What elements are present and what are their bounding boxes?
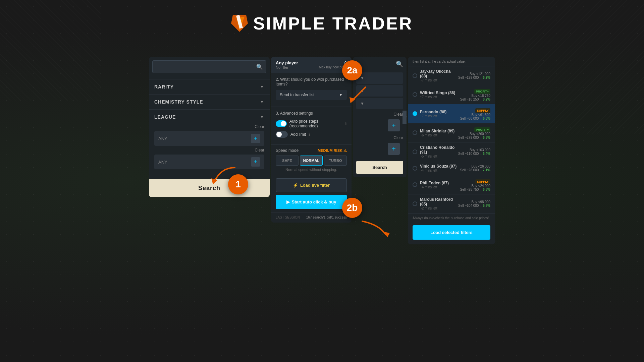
header: SIMPLE TRADER	[0, 0, 644, 47]
player-row-name: Milan Skriniar (89)	[420, 129, 458, 133]
player-list-item[interactable]: Vinicius Souza (87)~4 mins leftBuy <26 0…	[408, 161, 495, 175]
play-icon: ▶	[286, 199, 290, 204]
player-radio	[413, 111, 417, 116]
mid-dropdown-2[interactable]: ▼	[356, 85, 403, 97]
rarity-filter-header[interactable]: RARITY ▼	[149, 79, 270, 94]
step-2b-circle: 2b	[342, 198, 362, 218]
player-profit-pct: ↓ 6.8%	[480, 136, 490, 139]
player-row-name: Jay-Jay Okocha (88)	[420, 69, 458, 78]
add-limit-toggle[interactable]	[276, 131, 288, 138]
load-selected-button[interactable]: Load selected filters	[413, 225, 490, 240]
auto-price-info-icon[interactable]: ℹ	[345, 121, 347, 126]
normal-speed-button[interactable]: NORMAL	[300, 156, 323, 166]
player-zero: 0	[319, 60, 347, 65]
chemistry-style-filter: CHEMISTRY STYLE ▼	[149, 94, 270, 109]
safe-speed-button[interactable]: SAFE	[276, 156, 299, 166]
mid-clear-2[interactable]: Clear	[353, 134, 407, 141]
player-header: Any player No filter 0 Max buy now price	[271, 57, 352, 73]
send-to-transfer-dropdown[interactable]: Send to transfer list ▼	[276, 90, 347, 100]
auto-price-label: Auto price steps (recommended)	[289, 119, 342, 128]
mid-clear-1[interactable]: Clear	[353, 111, 407, 118]
player-row-time: ~2 mins left	[420, 206, 458, 210]
dropdown-chevron: ▼	[339, 93, 343, 97]
mid-arrow[interactable]: ›	[402, 111, 407, 124]
player-buy-price: Buy <98 000	[458, 200, 490, 204]
player-radio	[413, 182, 417, 187]
player-list-item[interactable]: Marcus Rashford (85)~2 mins leftBuy <98 …	[408, 194, 495, 213]
player-row-time: ~6 mins left	[420, 133, 458, 137]
player-profit-pct: ↓ 6.8%	[480, 188, 490, 191]
player-buy-price: Buy <61 500	[460, 113, 490, 117]
league-filter-header[interactable]: LEAGUE ▼	[149, 110, 270, 124]
advanced-section: 3. Advanced settings Auto price steps (r…	[271, 107, 352, 144]
load-filter-button[interactable]: ⚡ Load live filter	[276, 178, 347, 192]
player-radio	[413, 149, 417, 154]
player-row-time: ~7 mins left	[420, 78, 458, 82]
settings-panel: Any player No filter 0 Max buy now price…	[271, 57, 352, 223]
player-buy-price: Buy <16 750	[460, 94, 490, 98]
league-add-button-2[interactable]: +	[251, 157, 260, 167]
what-section: 2. What should you do with purchased ite…	[271, 73, 352, 107]
advanced-label: 3. Advanced settings	[276, 111, 347, 116]
mid-dropdown-3-chevron: ▼	[360, 101, 364, 106]
player-list-item[interactable]: Milan Skriniar (89)~6 mins leftPROFIT+Bu…	[408, 123, 495, 142]
player-list-item[interactable]: Phil Foden (87)~4 mins leftSUPPLYBuy <24…	[408, 175, 495, 194]
send-to-transfer-label: Send to transfer list	[280, 93, 314, 97]
player-sell-price: Sell ~110 000	[458, 152, 479, 156]
player-row-name: Phil Foden (87)	[420, 181, 460, 185]
players-panel: then list it at the card's actual value.…	[408, 57, 495, 244]
mid-add-button-2[interactable]: +	[388, 143, 400, 155]
search-input-wrap: 🔍	[152, 60, 266, 73]
search-input[interactable]	[152, 60, 266, 73]
player-badge: PROFIT+	[474, 89, 490, 94]
chemistry-style-header[interactable]: CHEMISTRY STYLE ▼	[149, 95, 270, 109]
player-row-time: ~7 mins left	[420, 95, 460, 99]
player-profit-pct: ↓ 6.2%	[480, 76, 490, 79]
player-row-time: ~5 mins left	[420, 155, 458, 158]
player-radio	[413, 73, 417, 78]
search-button[interactable]: Search	[149, 179, 270, 197]
player-list-item[interactable]: Cristiano Ronaldo (91)~5 mins leftBuy <1…	[408, 142, 495, 161]
player-row-name: Fernando (88)	[420, 110, 460, 114]
lightning-icon: ⚡	[293, 183, 298, 188]
player-list-item[interactable]: Wilfried Singo (86)~7 mins leftPROFIT+Bu…	[408, 85, 495, 104]
player-badge: SUPPLY	[475, 108, 490, 113]
step-2a-circle: 2a	[342, 60, 362, 80]
players-list: Jay-Jay Okocha (88)~7 mins leftBuy <121 …	[408, 66, 495, 213]
step-1-circle: 1	[228, 174, 248, 194]
player-sell-price: Sell ~28 000	[460, 168, 479, 172]
players-top-note: then list it at the card's actual value.	[408, 57, 495, 66]
middle-search-icon[interactable]: 🔍	[396, 60, 403, 68]
league-clear-2[interactable]: Clear	[154, 148, 264, 153]
league-add-button[interactable]: +	[251, 134, 260, 143]
load-filter-label: Load live filter	[300, 183, 330, 188]
league-clear[interactable]: Clear	[154, 124, 264, 129]
rarity-filter: RARITY ▼	[149, 79, 270, 94]
player-list-item[interactable]: Fernando (88)~7 mins leftSUPPLYBuy <61 5…	[408, 104, 495, 123]
player-profit-pct: ↓ 7.1%	[480, 168, 490, 172]
mid-dropdown-3[interactable]: ▼	[356, 98, 403, 109]
turbo-speed-button[interactable]: TURBO	[324, 156, 347, 166]
add-limit-row: Add limit ℹ	[276, 131, 347, 138]
auto-buy-button[interactable]: ▶ Start auto click & buy	[276, 195, 347, 209]
player-buy-price: Buy <24 000	[460, 184, 490, 188]
player-row-name: Vinicius Souza (87)	[420, 164, 460, 169]
auto-price-toggle[interactable]	[276, 120, 287, 127]
player-sell-price: Sell ~104 000	[458, 204, 479, 207]
mid-add-button[interactable]: +	[388, 119, 400, 131]
add-limit-info-icon[interactable]: ℹ	[309, 132, 310, 137]
mid-dropdown-1[interactable]: ▼	[356, 72, 403, 84]
player-radio	[413, 166, 417, 171]
rarity-chevron: ▼	[260, 84, 264, 89]
league-label: LEAGUE	[154, 114, 176, 120]
player-list-item[interactable]: Jay-Jay Okocha (88)~7 mins leftBuy <121 …	[408, 66, 495, 85]
player-buy-price: Buy <121 000	[458, 72, 490, 76]
chemistry-chevron: ▼	[260, 100, 264, 104]
rarity-label: RARITY	[154, 84, 174, 89]
player-profit-pct: ↓ 6.4%	[480, 152, 490, 156]
auto-buy-label: Start auto click & buy	[292, 199, 336, 204]
auto-price-row: Auto price steps (recommended) ℹ	[276, 119, 347, 128]
mid-search-button[interactable]: Search	[356, 161, 403, 174]
player-row-time: ~4 mins left	[420, 185, 460, 189]
player-radio	[413, 130, 417, 135]
